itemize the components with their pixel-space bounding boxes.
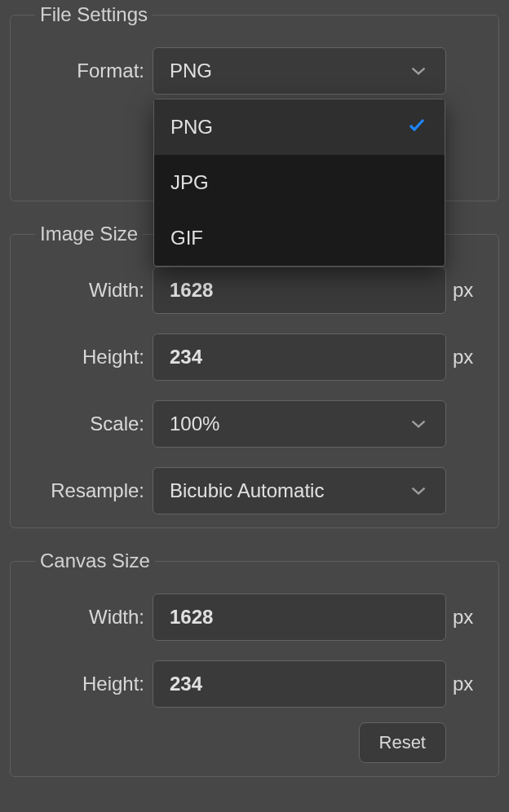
canvas-size-legend: Canvas Size <box>35 549 155 572</box>
image-width-row: Width: px <box>25 267 484 314</box>
image-height-label: Height: <box>25 346 153 368</box>
resample-label: Resample: <box>25 479 153 502</box>
scale-select-value: 100% <box>170 413 219 435</box>
spacer <box>446 722 484 763</box>
canvas-height-field[interactable] <box>153 660 446 708</box>
unit-px: px <box>446 673 484 695</box>
scale-row: Scale: 100% <box>25 400 484 448</box>
format-option-jpg[interactable]: JPG <box>154 155 445 210</box>
image-size-legend: Image Size <box>35 223 143 245</box>
image-width-input[interactable] <box>170 279 429 302</box>
format-label: Format: <box>25 60 153 82</box>
scale-select[interactable]: 100% <box>153 400 446 448</box>
format-option-label: GIF <box>170 227 203 249</box>
resample-row: Resample: Bicubic Automatic <box>25 467 484 514</box>
canvas-height-row: Height: px <box>25 660 484 708</box>
chevron-down-icon <box>409 415 427 433</box>
image-width-field[interactable] <box>153 267 446 314</box>
unit-px: px <box>446 346 484 368</box>
canvas-height-input[interactable] <box>170 673 429 695</box>
format-select[interactable]: PNG PNG JPG GIF <box>153 47 446 95</box>
format-option-label: PNG <box>170 116 213 139</box>
file-settings-group: File Settings Format: PNG PNG JPG <box>10 3 499 201</box>
canvas-height-label: Height: <box>25 673 153 695</box>
canvas-width-field[interactable] <box>153 594 446 641</box>
canvas-width-label: Width: <box>25 606 153 629</box>
format-select-value: PNG <box>170 60 212 82</box>
reset-button[interactable]: Reset <box>359 722 446 763</box>
resample-select-value: Bicubic Automatic <box>170 479 324 502</box>
resample-select[interactable]: Bicubic Automatic <box>153 467 446 514</box>
canvas-width-row: Width: px <box>25 594 484 641</box>
format-option-gif[interactable]: GIF <box>154 210 445 266</box>
format-option-label: JPG <box>170 171 209 194</box>
chevron-down-icon <box>409 482 427 500</box>
image-height-field[interactable] <box>153 333 446 381</box>
check-icon <box>407 115 427 139</box>
format-dropdown: PNG JPG GIF <box>153 99 445 267</box>
image-height-input[interactable] <box>170 346 429 368</box>
image-height-row: Height: px <box>25 333 484 381</box>
format-option-png[interactable]: PNG <box>154 99 445 155</box>
image-width-label: Width: <box>25 279 153 302</box>
format-row: Format: PNG PNG JPG GIF <box>25 47 484 95</box>
unit-px: px <box>446 279 484 302</box>
chevron-down-icon <box>409 62 427 80</box>
image-size-group: Image Size Width: px Height: px Scale: 1… <box>10 223 499 528</box>
unit-px: px <box>446 606 484 629</box>
canvas-size-group: Canvas Size Width: px Height: px Reset <box>10 549 499 777</box>
scale-label: Scale: <box>25 413 153 435</box>
reset-button-label: Reset <box>379 732 426 753</box>
file-settings-legend: File Settings <box>35 3 153 26</box>
canvas-width-input[interactable] <box>170 606 429 629</box>
canvas-button-row: Reset <box>25 722 484 763</box>
